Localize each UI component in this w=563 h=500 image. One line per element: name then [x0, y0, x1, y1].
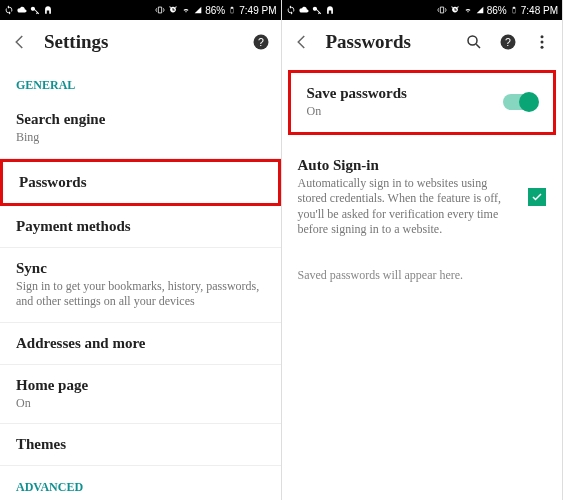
page-title: Passwords: [326, 31, 451, 53]
help-icon: ?: [499, 33, 517, 51]
battery-icon: [510, 4, 518, 16]
row-search-engine[interactable]: Search engine Bing: [0, 99, 281, 159]
svg-point-2: [468, 36, 477, 45]
row-home-page[interactable]: Home page On: [0, 365, 281, 425]
row-label: Themes: [16, 436, 265, 453]
key-icon: [30, 5, 40, 15]
wifi-icon: [181, 5, 191, 15]
row-label: Sync: [16, 260, 265, 277]
app-bar: Passwords ?: [282, 20, 563, 64]
section-general: GENERAL: [0, 64, 281, 99]
row-save-passwords[interactable]: Save passwords On: [288, 70, 557, 135]
help-button[interactable]: ?: [251, 32, 271, 52]
row-addresses[interactable]: Addresses and more: [0, 323, 281, 365]
wifi-icon: [463, 5, 473, 15]
row-value: On: [307, 104, 494, 120]
battery-text: 86%: [487, 5, 507, 16]
check-icon: [531, 191, 543, 203]
back-button[interactable]: [10, 32, 30, 52]
battery-icon: [228, 4, 236, 16]
arch-icon: [325, 5, 335, 15]
row-label: Addresses and more: [16, 335, 265, 352]
settings-list: GENERAL Search engine Bing Passwords Pay…: [0, 64, 281, 500]
more-vert-icon: [533, 33, 551, 51]
alarm-icon: [450, 5, 460, 15]
status-bar: 86% 7:48 PM: [282, 0, 563, 20]
signal-icon: [194, 5, 202, 15]
help-icon: ?: [252, 33, 270, 51]
svg-point-7: [541, 46, 544, 49]
app-bar: Settings ?: [0, 20, 281, 64]
back-button[interactable]: [292, 32, 312, 52]
svg-point-5: [541, 35, 544, 38]
clock-text: 7:49 PM: [239, 5, 276, 16]
svg-text:?: ?: [505, 36, 511, 48]
row-value: On: [16, 396, 265, 412]
row-sync[interactable]: Sync Sign in to get your bookmarks, hist…: [0, 248, 281, 323]
row-auto-signin[interactable]: Auto Sign-in Automatically sign in to we…: [282, 145, 563, 250]
vibrate-icon: [437, 5, 447, 15]
cloud-icon: [17, 5, 27, 15]
row-label: Payment methods: [16, 218, 265, 235]
row-label: Auto Sign-in: [298, 157, 519, 174]
vibrate-icon: [155, 5, 165, 15]
loop-icon: [286, 5, 296, 15]
signal-icon: [476, 5, 484, 15]
row-desc: Sign in to get your bookmarks, history, …: [16, 279, 265, 310]
chevron-left-icon: [293, 33, 311, 51]
section-advanced: ADVANCED: [0, 466, 281, 500]
save-passwords-toggle[interactable]: [503, 94, 537, 110]
battery-text: 86%: [205, 5, 225, 16]
svg-point-6: [541, 41, 544, 44]
key-icon: [312, 5, 322, 15]
passwords-content: Save passwords On Auto Sign-in Automatic…: [282, 64, 563, 500]
arch-icon: [43, 5, 53, 15]
row-themes[interactable]: Themes: [0, 424, 281, 466]
loop-icon: [4, 5, 14, 15]
status-bar: 86% 7:49 PM: [0, 0, 281, 20]
empty-state: Saved passwords will appear here.: [282, 250, 563, 301]
row-payment-methods[interactable]: Payment methods: [0, 206, 281, 248]
row-passwords[interactable]: Passwords: [0, 159, 281, 206]
search-button[interactable]: [464, 32, 484, 52]
row-desc: Automatically sign in to websites using …: [298, 176, 519, 238]
help-button[interactable]: ?: [498, 32, 518, 52]
auto-signin-checkbox[interactable]: [528, 188, 546, 206]
row-label: Home page: [16, 377, 265, 394]
row-label: Search engine: [16, 111, 265, 128]
passwords-screen: 86% 7:48 PM Passwords ? Save passwords O…: [282, 0, 564, 500]
row-value: Bing: [16, 130, 265, 146]
settings-screen: 86% 7:49 PM Settings ? GENERAL Search en…: [0, 0, 282, 500]
overflow-button[interactable]: [532, 32, 552, 52]
svg-text:?: ?: [258, 36, 264, 48]
clock-text: 7:48 PM: [521, 5, 558, 16]
page-title: Settings: [44, 31, 237, 53]
row-label: Save passwords: [307, 85, 494, 102]
chevron-left-icon: [11, 33, 29, 51]
row-label: Passwords: [19, 174, 262, 191]
search-icon: [465, 33, 483, 51]
alarm-icon: [168, 5, 178, 15]
cloud-icon: [299, 5, 309, 15]
